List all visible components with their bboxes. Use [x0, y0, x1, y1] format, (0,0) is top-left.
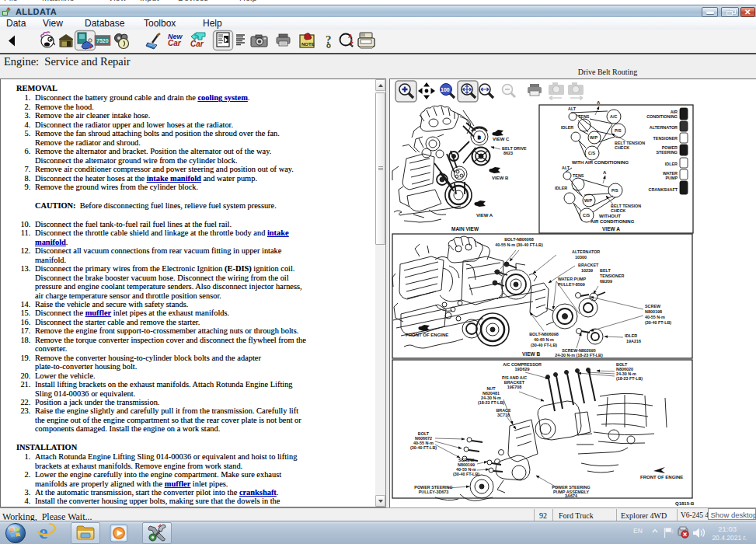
svg-text:WITH AIR CONDITIONING: WITH AIR CONDITIONING [572, 160, 629, 165]
svg-text:40-65 N·m: 40-65 N·m [534, 337, 554, 342]
svg-text:ALTERNATOR: ALTERNATOR [572, 249, 600, 254]
svg-text:BOLT-N806068: BOLT-N806068 [504, 237, 534, 242]
svg-text:STEERING: STEERING [656, 150, 678, 155]
svg-text:19E708: 19E708 [507, 385, 522, 389]
svg-text:MAIN VIEW: MAIN VIEW [451, 226, 479, 232]
svg-text:(30-40 FT-LB): (30-40 FT-LB) [453, 472, 479, 476]
svg-text:(18-23 FT-LB): (18-23 FT-LB) [616, 376, 643, 381]
svg-text:6B209: 6B209 [600, 279, 612, 284]
svg-text:(30-40 FT-LB): (30-40 FT-LB) [410, 445, 437, 450]
svg-text:SCREW: SCREW [645, 304, 661, 309]
svg-text:PUMP: PUMP [665, 176, 678, 180]
svg-text:B: B [478, 135, 481, 140]
svg-text:7520: 7520 [96, 38, 109, 44]
svg-text:TENS: TENS [578, 114, 590, 119]
svg-text:e: e [39, 521, 48, 543]
svg-text:(18-23 FT-LB): (18-23 FT-LB) [478, 400, 504, 405]
svg-text:TENSIONER: TENSIONER [653, 136, 678, 141]
svg-text:Q1815-B: Q1815-B [675, 501, 695, 506]
svg-text:ALT: ALT [568, 106, 577, 111]
svg-text:P/S: P/S [615, 128, 622, 133]
svg-text:FRONT OF ENGINE: FRONT OF ENGINE [406, 333, 448, 337]
svg-text:10239: 10239 [581, 268, 593, 273]
svg-text:CONDITIONING: CONDITIONING [646, 114, 678, 119]
svg-text:IDLER: IDLER [555, 186, 567, 190]
svg-text:PULLEY-3D673: PULLEY-3D673 [419, 490, 449, 494]
svg-text:C/S: C/S [583, 213, 590, 218]
svg-text:TENSIONER: TENSIONER [600, 274, 625, 278]
svg-text:19A216: 19A216 [626, 339, 641, 343]
svg-text:W/P: W/P [584, 198, 593, 203]
svg-text:20.4.2021 г.: 20.4.2021 г. [712, 534, 747, 542]
svg-text:24-30 N·m (18-23 FT-LB): 24-30 N·m (18-23 FT-LB) [555, 353, 603, 357]
svg-text:A/C: A/C [610, 114, 617, 119]
svg-text:NOTE: NOTE [301, 42, 315, 47]
svg-text:8623: 8623 [503, 151, 513, 155]
svg-text:IDLER: IDLER [561, 125, 573, 130]
svg-text:VIEW B: VIEW B [492, 176, 509, 180]
svg-text:BELT: BELT [600, 268, 611, 273]
svg-text:IDLER: IDLER [665, 162, 678, 166]
svg-text:(30-40 FT-LB): (30-40 FT-LB) [645, 320, 671, 325]
svg-text:100: 100 [441, 87, 450, 92]
svg-text:PULLEY-8509: PULLEY-8509 [558, 282, 585, 287]
svg-text:A: A [348, 33, 353, 40]
svg-text:Car: Car [190, 40, 204, 48]
svg-text:10300: 10300 [575, 255, 587, 260]
svg-text:FRONT OF ENGINE: FRONT OF ENGINE [640, 475, 683, 479]
svg-text:N800198: N800198 [645, 309, 662, 314]
svg-text:ALTERNATOR: ALTERNATOR [650, 125, 678, 130]
svg-text:VIEW A: VIEW A [602, 226, 620, 232]
svg-text:EN: EN [633, 527, 643, 535]
svg-text:A: A [603, 170, 607, 175]
svg-text:WATER PUMP: WATER PUMP [558, 277, 587, 281]
svg-text:(30-40 FT-LB): (30-40 FT-LB) [531, 343, 557, 347]
svg-text:AIR CONDITIONING: AIR CONDITIONING [591, 219, 635, 224]
svg-text:3A674: 3A674 [565, 493, 577, 498]
svg-text:P/S: P/S [611, 188, 618, 193]
svg-text:40-55 N·m (30-40 FT-LB): 40-55 N·m (30-40 FT-LB) [495, 242, 543, 247]
svg-text:C/S: C/S [588, 151, 595, 155]
svg-text:CRANKSHAFT: CRANKSHAFT [649, 187, 678, 192]
svg-text:Car: Car [168, 39, 182, 47]
svg-text:VIEW B: VIEW B [522, 351, 540, 357]
svg-text:WITHOUT: WITHOUT [599, 214, 621, 218]
svg-text:IDLER: IDLER [625, 333, 637, 338]
svg-text:VIEW A: VIEW A [476, 213, 493, 218]
svg-text:VIEW C: VIEW C [493, 137, 510, 141]
svg-text:BOLT-N606098: BOLT-N606098 [529, 332, 559, 337]
svg-text:21:03: 21:03 [718, 525, 737, 533]
svg-text:A: A [597, 100, 601, 105]
svg-text:W/P: W/P [590, 135, 598, 140]
svg-text:3C718: 3C718 [497, 413, 510, 417]
svg-text:40-55 N·m: 40-55 N·m [645, 315, 665, 319]
svg-text:BRACKET: BRACKET [578, 263, 599, 267]
svg-text:19D629: 19D629 [515, 367, 530, 371]
svg-text:CHECK: CHECK [615, 145, 629, 150]
svg-text:CHECK: CHECK [611, 208, 625, 213]
svg-text:TENS: TENS [573, 173, 584, 178]
